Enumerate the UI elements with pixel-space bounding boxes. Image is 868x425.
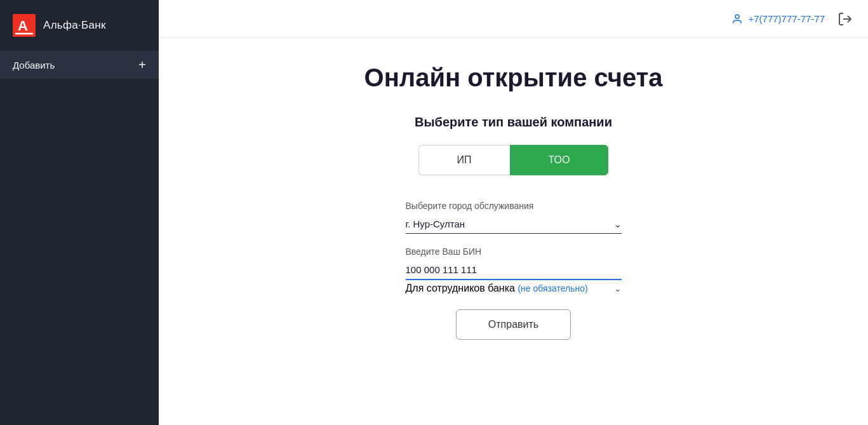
add-icon: +	[138, 58, 146, 71]
svg-text:А: А	[18, 18, 28, 34]
city-field-group: Выберите город обслуживания г. Нур-Султа…	[406, 201, 622, 234]
submit-button[interactable]: Отправить	[456, 309, 571, 340]
bin-field-group: Введите Ваш БИН	[406, 246, 622, 280]
phone-number: +7(777)777-77-77	[748, 13, 825, 24]
bin-input[interactable]	[406, 260, 622, 280]
form-fields: Выберите город обслуживания г. Нур-Султа…	[406, 201, 622, 280]
employee-section[interactable]: Для сотрудников банка (не обязательно) ⌄	[406, 280, 622, 297]
add-label: Добавить	[13, 60, 55, 71]
sidebar: А Альфа·Банк Добавить +	[0, 0, 159, 425]
logout-icon	[838, 11, 853, 27]
sidebar-logo: А Альфа·Банк	[0, 0, 159, 51]
company-type-too-button[interactable]: ТОО	[510, 145, 609, 175]
employee-chevron-icon: ⌄	[614, 283, 622, 293]
add-account-button[interactable]: Добавить +	[0, 51, 159, 79]
city-value: г. Нур-Султан	[406, 219, 465, 229]
employee-label: Для сотрудников банка (не обязательно)	[406, 283, 588, 294]
bin-label: Введите Ваш БИН	[406, 246, 622, 257]
header: +7(777)777-77-77	[159, 0, 868, 38]
phone-link[interactable]: +7(777)777-77-77	[731, 13, 825, 25]
bank-name: Альфа·Банк	[43, 19, 106, 32]
company-type-ip-button[interactable]: ИП	[418, 145, 510, 175]
alfa-logo-icon: А	[13, 14, 36, 37]
form-container: Онлайн открытие счета Выберите тип вашей…	[228, 38, 799, 365]
page-title: Онлайн открытие счета	[364, 64, 663, 92]
chevron-down-icon: ⌄	[614, 219, 622, 229]
city-select[interactable]: г. Нур-Султан ⌄	[406, 215, 622, 234]
employee-optional-text: (не обязательно)	[517, 283, 587, 293]
svg-point-3	[735, 15, 739, 18]
company-type-selector: ИП ТОО	[418, 145, 609, 175]
city-label: Выберите город обслуживания	[406, 201, 622, 211]
employee-label-text: Для сотрудников банка	[406, 283, 515, 293]
user-icon	[731, 13, 743, 25]
logout-button[interactable]	[838, 11, 853, 27]
section-subtitle: Выберите тип вашей компании	[415, 115, 612, 130]
main-content: Онлайн открытие счета Выберите тип вашей…	[159, 0, 868, 425]
